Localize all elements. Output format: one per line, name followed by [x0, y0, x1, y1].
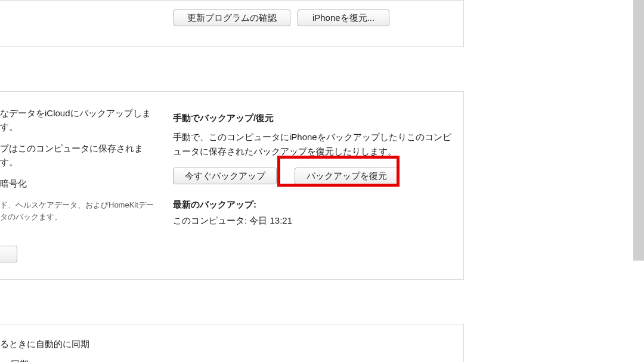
backup-left-column: なデータをiCloudにバックアップします。 プはこのコンピュータに保存されます… [0, 107, 164, 232]
manual-backup-heading: 手動でバックアップ/復元 [173, 113, 453, 124]
encrypt-heading: 暗号化 [0, 177, 158, 191]
sync-options-panel: るときに自動的に同期 同期 [0, 324, 464, 362]
partial-button-stub[interactable] [0, 246, 17, 262]
scrollbar-thumb[interactable] [633, 0, 644, 261]
latest-backup-value: このコンピュータ: 今日 13:21 [173, 215, 453, 227]
right-empty-area [464, 0, 633, 362]
restore-backup-button[interactable]: バックアップを復元 [295, 168, 398, 184]
auto-sync-text: るときに自動的に同期 [0, 339, 89, 350]
manual-backup-description: 手動で、このコンピュータにiPhoneをバックアップしたりこのコンピュータに保存… [173, 130, 453, 159]
encrypt-description: ド、ヘルスケアデータ、およびHomeKitデータのバックます。 [0, 199, 158, 224]
restore-iphone-button[interactable]: iPhoneを復元... [298, 10, 389, 26]
local-backup-text: プはこのコンピュータに保存されます。 [0, 142, 158, 169]
backup-panel: なデータをiCloudにバックアップします。 プはこのコンピュータに保存されます… [0, 91, 464, 280]
latest-backup-heading: 最新のバックアップ: [173, 199, 453, 211]
icloud-backup-text: なデータをiCloudにバックアップします。 [0, 107, 158, 134]
check-updates-button[interactable]: 更新プログラムの確認 [174, 10, 290, 26]
backup-right-column: 手動でバックアップ/復元 手動で、このコンピュータにiPhoneをバックアップし… [173, 113, 453, 227]
sync-stub-text: 同期 [11, 359, 29, 362]
software-update-panel: 更新プログラムの確認 iPhoneを復元... [0, 0, 464, 47]
backup-now-button[interactable]: 今すぐバックアップ [173, 168, 277, 184]
